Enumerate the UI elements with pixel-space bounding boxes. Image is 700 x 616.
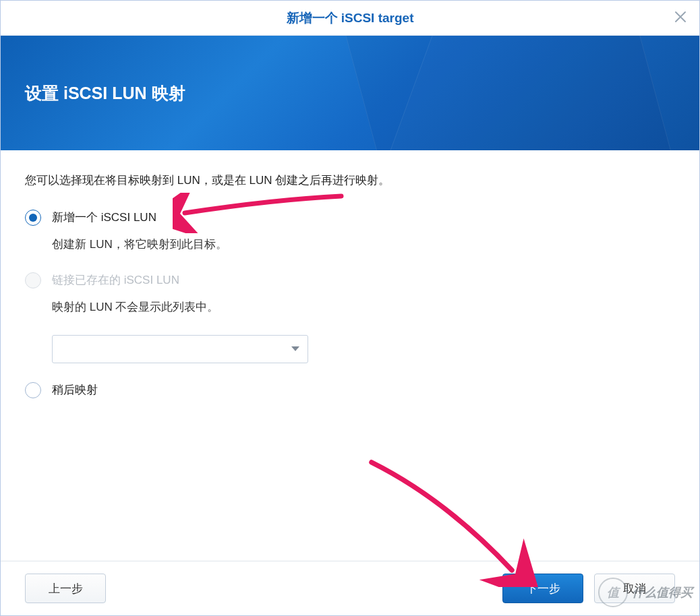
wizard-footer: 上一步 下一步 取消 <box>1 561 699 615</box>
radio-existing-lun <box>25 272 41 288</box>
option-existing-lun-desc: 映射的 LUN 不会显示此列表中。 <box>52 298 675 316</box>
option-existing-lun-label: 链接已存在的 iSCSI LUN <box>52 272 179 288</box>
back-button-label: 上一步 <box>49 581 83 596</box>
next-button-label: 下一步 <box>526 581 560 596</box>
option-existing-lun: 链接已存在的 iSCSI LUN <box>25 272 675 288</box>
option-map-later-label: 稍后映射 <box>52 382 98 398</box>
option-map-later[interactable]: 稍后映射 <box>25 382 675 398</box>
option-create-lun-label: 新增一个 iSCSI LUN <box>52 210 156 225</box>
instruction-text: 您可以选择现在将目标映射到 LUN，或是在 LUN 创建之后再进行映射。 <box>25 172 675 189</box>
next-button[interactable]: 下一步 <box>502 574 583 603</box>
wizard-step-title: 设置 iSCSI LUN 映射 <box>25 82 185 104</box>
wizard-banner: 设置 iSCSI LUN 映射 <box>1 36 699 150</box>
title-bar: 新增一个 iSCSI target <box>1 1 699 36</box>
option-create-lun[interactable]: 新增一个 iSCSI LUN <box>25 210 675 226</box>
option-create-lun-desc: 创建新 LUN，将它映射到此目标。 <box>52 235 675 253</box>
radio-create-lun[interactable] <box>25 210 41 226</box>
chevron-down-icon <box>291 346 299 351</box>
close-button[interactable] <box>671 9 690 28</box>
dialog-title: 新增一个 iSCSI target <box>287 9 414 27</box>
dialog-window: 新增一个 iSCSI target 设置 iSCSI LUN 映射 您可以选择现… <box>0 0 700 616</box>
back-button[interactable]: 上一步 <box>25 574 106 603</box>
cancel-button-label: 取消 <box>623 581 646 596</box>
existing-lun-dropdown <box>52 335 308 363</box>
radio-map-later[interactable] <box>25 382 41 398</box>
close-icon <box>674 9 687 27</box>
cancel-button[interactable]: 取消 <box>594 574 675 603</box>
footer-right-group: 下一步 取消 <box>502 574 675 603</box>
wizard-content: 您可以选择现在将目标映射到 LUN，或是在 LUN 创建之后再进行映射。 新增一… <box>1 150 699 398</box>
